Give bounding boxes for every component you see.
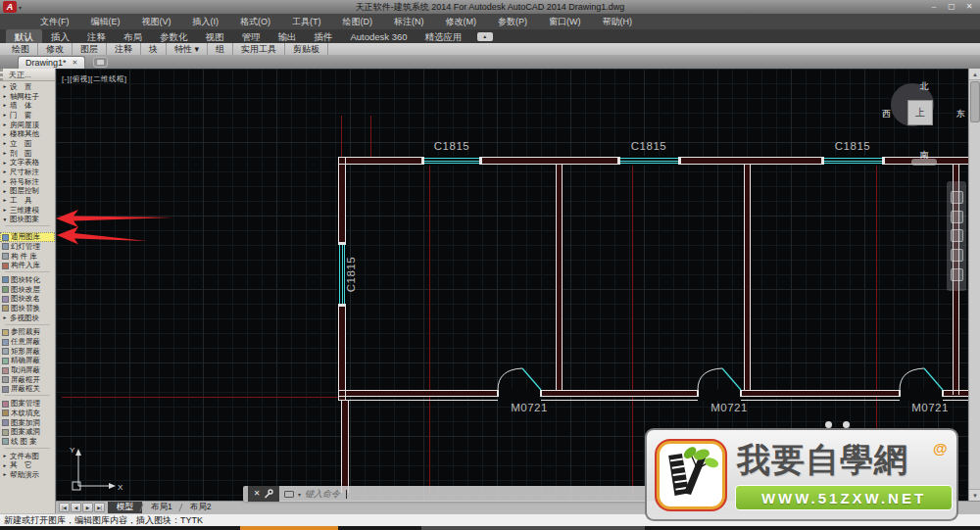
scrollbar-thumb[interactable] (970, 81, 980, 122)
sidebar-item[interactable]: ▸ 墙 体 (0, 101, 55, 111)
zoom-icon[interactable] (951, 229, 963, 242)
ribbon-panel-title[interactable]: 特性 ▾ (167, 43, 208, 55)
sidebar-item[interactable]: 构件入库 (0, 261, 55, 270)
sidebar-item[interactable]: ▸ 立 面 (0, 139, 55, 149)
tab-nav-button[interactable]: ▶| (94, 503, 105, 512)
sidebar-item[interactable]: 通用图库 (0, 232, 55, 242)
viewcube-top-face[interactable]: 上 (907, 100, 933, 125)
orbit-icon[interactable] (951, 249, 963, 262)
sidebar-item[interactable] (5, 225, 50, 231)
sidebar-item[interactable]: 图案管理 (0, 399, 55, 409)
steering-wheel-icon[interactable] (951, 191, 963, 204)
layout-tab[interactable]: 模型 (108, 502, 142, 513)
tab-close-icon[interactable]: ✕ (73, 59, 78, 67)
sidebar-item[interactable]: 参照裁剪 (0, 328, 55, 338)
pan-icon[interactable] (951, 211, 963, 223)
menu-item[interactable]: 视图(V) (131, 14, 182, 29)
ribbon-panel-title[interactable]: 组 (208, 43, 233, 55)
menu-item[interactable]: 工具(T) (281, 14, 332, 29)
sidebar-item[interactable]: ▸ 工 具 (0, 196, 55, 206)
menu-item[interactable]: 修改(M) (435, 14, 488, 29)
ribbon-tab[interactable]: 视图 (197, 29, 233, 43)
sidebar-item[interactable]: ▸ 剖 面 (0, 149, 55, 159)
maximize-button[interactable]: ▢ (943, 0, 960, 14)
compass-west-label[interactable]: 西 (882, 108, 891, 120)
command-line-grip[interactable] (243, 486, 248, 502)
sidebar-item[interactable]: 图块改层 (0, 285, 55, 295)
menu-item[interactable]: 编辑(E) (80, 14, 131, 29)
sidebar-item[interactable]: ▸ 文字表格 (0, 159, 55, 169)
sidebar-item[interactable]: ▸ 文件布图 (0, 452, 55, 461)
command-close-icon[interactable]: ✕ (254, 490, 261, 498)
sidebar-item[interactable]: 幻灯管理 (0, 242, 55, 252)
minimize-button[interactable]: ‒ (925, 0, 943, 14)
sidebar-item[interactable]: ▸ 三维建模 (0, 206, 55, 216)
sidebar-item[interactable]: ▸ 图层控制 (0, 187, 55, 197)
sidebar-item[interactable]: 图块改名 (0, 294, 55, 304)
ribbon-tab[interactable]: 输出 (270, 29, 306, 43)
compass-east-label[interactable]: 东 (956, 108, 965, 120)
ribbon-tab[interactable]: 管理 (233, 29, 270, 43)
showmotion-icon[interactable] (951, 268, 963, 281)
ribbon-tab[interactable]: Autodesk 360 (342, 29, 416, 43)
sidebar-item[interactable]: ▾ 图块图案 (0, 216, 55, 225)
sidebar-item[interactable] (5, 324, 50, 327)
sidebar-item[interactable]: 线 图 案 (0, 437, 55, 447)
sidebar-item[interactable]: 木纹填充 (0, 409, 55, 418)
ribbon-tab[interactable]: 精选应用 (416, 29, 471, 43)
ribbon-panel-title[interactable]: 修改 (38, 43, 73, 55)
layout-tab[interactable]: 布局1 (142, 502, 181, 513)
tab-nav-button[interactable]: ◀ (71, 503, 81, 512)
customize-wrench-icon[interactable] (264, 489, 273, 499)
ribbon-panel-title[interactable]: 图层 (73, 43, 107, 55)
sidebar-item[interactable]: ▸ 多视图块 (0, 313, 55, 323)
menu-item[interactable]: 参数(P) (487, 14, 538, 29)
menu-item[interactable]: 绘图(D) (332, 14, 384, 29)
sidebar-item[interactable]: ▸ 轴网柱子 (0, 92, 55, 102)
menu-item[interactable]: 文件(F) (29, 14, 80, 29)
drawing-tab[interactable]: Drawing1* ✕ (18, 56, 85, 69)
sidebar-item[interactable] (5, 271, 50, 274)
ribbon-tab[interactable]: 插入 (42, 29, 78, 43)
compass-north-label[interactable]: 北 (887, 80, 961, 93)
ribbon-tab[interactable]: 注释 (78, 29, 115, 43)
ribbon-tab[interactable]: 参数化 (151, 29, 197, 43)
ribbon-panel-title[interactable]: 绘图 (4, 43, 38, 55)
close-button[interactable]: ✕ (960, 0, 978, 14)
scroll-up-icon[interactable]: ▲ (969, 69, 980, 80)
tab-nav-button[interactable]: ▶ (82, 503, 93, 512)
sidebar-item[interactable] (5, 395, 50, 398)
sidebar-item[interactable]: ▸ 房间屋顶 (0, 120, 55, 130)
ribbon-panel-title[interactable]: 剪贴板 (285, 43, 328, 55)
ribbon-tab[interactable]: 插件 (306, 29, 342, 43)
command-line[interactable]: ✕ ▾ 键入命令 (243, 486, 647, 502)
tab-nav-button[interactable]: |◀ (59, 503, 70, 512)
menu-item[interactable]: 帮助(H) (592, 14, 644, 29)
ribbon-tab[interactable]: 默认 (6, 29, 42, 43)
sidebar-item[interactable]: ▸ 设 置 (0, 82, 55, 92)
sidebar-item[interactable]: 任意屏蔽 (0, 337, 55, 347)
navigation-bar[interactable] (947, 181, 966, 291)
sidebar-item[interactable]: 屏蔽框开 (0, 375, 55, 385)
sidebar-item[interactable]: 矩形屏蔽 (0, 347, 55, 357)
menu-item[interactable]: 格式(O) (229, 14, 281, 29)
menu-item[interactable]: 标注(N) (383, 14, 435, 29)
sidebar-item[interactable]: ▸ 尺寸标注 (0, 168, 55, 177)
sidebar-item[interactable]: 构 件 库 (0, 252, 55, 262)
sidebar-item[interactable]: 取消屏蔽 (0, 365, 55, 375)
new-drawing-button[interactable] (93, 57, 108, 68)
compass-south-label[interactable]: 南 (887, 149, 961, 162)
ribbon-panel-title[interactable]: 实用工具 (233, 43, 285, 55)
menu-item[interactable]: 窗口(W) (538, 14, 592, 29)
sidebar-item[interactable]: ▸ 楼梯其他 (0, 129, 55, 139)
menu-item[interactable]: 插入(I) (182, 14, 230, 29)
sidebar-item[interactable]: ▸ 符号标注 (0, 177, 55, 187)
sidebar-header[interactable]: 天正... (0, 69, 55, 81)
sidebar-item[interactable]: 精确屏蔽 (0, 357, 55, 366)
sidebar-item[interactable]: 图块转化 (0, 275, 55, 285)
sidebar-item[interactable]: 屏蔽框关 (0, 385, 55, 395)
sidebar-item[interactable]: ▸ 其 它 (0, 460, 55, 470)
scroll-down-icon[interactable]: ▼ (969, 489, 980, 501)
sidebar-item[interactable]: ▸ 门 窗 (0, 111, 55, 120)
sidebar-item[interactable]: 图案加洞 (0, 418, 55, 428)
